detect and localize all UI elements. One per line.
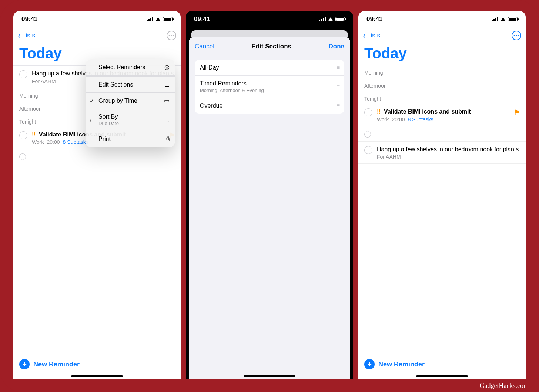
status-bar: 09:41 <box>186 11 353 27</box>
add-reminder-button[interactable]: + <box>364 359 375 369</box>
drag-handle-icon[interactable]: ≡ <box>337 102 339 109</box>
page-title: Today <box>358 44 526 65</box>
priority-indicator: !! <box>32 131 36 138</box>
complete-toggle[interactable] <box>19 153 26 160</box>
reminder-title: Hang up a few shelves in our bedroom noo… <box>377 145 520 153</box>
context-menu: Select Reminders ◎ Edit Sections ≣ ✓ Gro… <box>86 59 175 147</box>
menu-print[interactable]: Print ⎙ <box>86 131 175 147</box>
cellular-icon <box>492 17 498 21</box>
menu-group-by-time[interactable]: ✓ Group by Time ▭ <box>86 93 175 109</box>
chevron-left-icon: ‹ <box>363 31 366 40</box>
complete-toggle[interactable] <box>19 70 27 78</box>
home-indicator[interactable] <box>244 375 295 377</box>
checkmark-icon: ✓ <box>90 98 94 104</box>
home-indicator[interactable] <box>416 375 468 377</box>
phone-screen-1: 09:41 ‹ Lists ••• Today <box>13 11 181 379</box>
priority-indicator: !! <box>377 108 381 115</box>
new-reminder-label[interactable]: New Reminder <box>33 361 80 368</box>
drag-handle-icon[interactable]: ≡ <box>337 84 339 90</box>
image-credit: GadgetHacks.com <box>480 382 529 390</box>
sections-list: All-Day ≡ Timed Reminders Morning, After… <box>195 60 344 114</box>
reminder-list-tag: Work <box>377 116 389 122</box>
status-time: 09:41 <box>21 16 37 23</box>
wifi-icon <box>500 17 506 21</box>
battery-icon <box>335 17 345 21</box>
cellular-icon <box>319 17 326 21</box>
menu-edit-sections[interactable]: Edit Sections ≣ <box>86 77 175 93</box>
battery-icon <box>508 17 518 21</box>
status-icons <box>492 17 518 21</box>
reminder-item[interactable]: Hang up a few shelves in our bedroom noo… <box>358 142 526 164</box>
back-button[interactable]: ‹ Lists <box>363 31 380 40</box>
nav-bar: ‹ Lists ••• <box>13 27 181 44</box>
empty-reminder-row[interactable] <box>13 149 181 164</box>
phone-screen-3: 09:41 ‹ Lists ••• Today Morning Afterno <box>358 11 526 379</box>
chevron-left-icon: ‹ <box>18 31 21 40</box>
menu-select-reminders[interactable]: Select Reminders ◎ <box>86 59 175 77</box>
bottom-bar: + New Reminder <box>13 352 181 373</box>
wifi-icon <box>155 17 161 21</box>
cancel-button[interactable]: Cancel <box>195 43 214 50</box>
reminder-time: 20:00 <box>47 139 60 145</box>
new-reminder-label[interactable]: New Reminder <box>378 361 425 368</box>
printer-icon: ⎙ <box>166 136 170 142</box>
section-header-tonight: Tonight <box>358 91 526 104</box>
reminder-list-tag: For AAHM <box>377 154 401 160</box>
complete-toggle[interactable] <box>364 108 372 116</box>
reminder-time: 20:00 <box>392 116 405 122</box>
home-indicator[interactable] <box>71 375 123 377</box>
sort-icon: ↑↓ <box>164 116 170 123</box>
drag-handle-icon[interactable]: ≡ <box>337 64 339 71</box>
complete-toggle[interactable] <box>19 131 27 139</box>
cellular-icon <box>147 17 153 21</box>
chevron-right-icon: › <box>90 117 91 123</box>
status-bar: 09:41 <box>358 11 526 27</box>
subtasks-link[interactable]: 8 Subtasks <box>63 139 88 145</box>
more-button[interactable]: ••• <box>167 31 176 40</box>
subtasks-link[interactable]: 8 Subtasks <box>408 116 433 122</box>
sheet-title: Edit Sections <box>251 43 291 50</box>
battery-icon <box>163 17 173 21</box>
phone-screen-2: 09:41 Cancel Edit Sections Done <box>186 11 353 379</box>
edit-sections-sheet: Cancel Edit Sections Done All-Day ≡ Time… <box>189 37 350 379</box>
section-row-overdue[interactable]: Overdue ≡ <box>195 98 344 114</box>
menu-sort-by[interactable]: › Sort By Due Date ↑↓ <box>86 109 175 131</box>
reminder-list-tag: Work <box>32 139 44 145</box>
reminder-title: !! Validate BIMI icons and submit <box>377 108 509 116</box>
section-row-timed[interactable]: Timed Reminders Morning, Afternoon & Eve… <box>195 76 344 98</box>
edit-sections-icon: ≣ <box>165 81 170 88</box>
sheet-nav: Cancel Edit Sections Done <box>189 37 350 56</box>
complete-toggle[interactable] <box>364 131 371 138</box>
back-button[interactable]: ‹ Lists <box>18 31 35 40</box>
nav-bar: ‹ Lists ••• <box>358 27 526 44</box>
group-icon: ▭ <box>164 97 170 104</box>
reminder-list-tag: For AAHM <box>32 78 56 84</box>
section-header-morning: Morning <box>358 65 526 78</box>
status-time: 09:41 <box>194 16 210 23</box>
status-icons <box>319 17 345 21</box>
bottom-bar: + New Reminder <box>358 352 526 373</box>
status-time: 09:41 <box>366 16 382 23</box>
background-card <box>191 30 348 37</box>
wifi-icon <box>328 17 333 21</box>
empty-reminder-row[interactable] <box>358 126 526 142</box>
more-button[interactable]: ••• <box>512 31 521 40</box>
complete-toggle[interactable] <box>364 146 372 154</box>
done-button[interactable]: Done <box>328 43 344 50</box>
status-bar: 09:41 <box>13 11 181 27</box>
reminder-item[interactable]: !! Validate BIMI icons and submit Work 2… <box>358 104 526 126</box>
add-reminder-button[interactable]: + <box>19 359 30 369</box>
section-header-afternoon: Afternoon <box>358 78 526 91</box>
status-icons <box>147 17 173 21</box>
back-label: Lists <box>22 32 35 39</box>
flag-icon: ⚑ <box>514 108 520 116</box>
select-icon: ◎ <box>164 64 170 71</box>
back-label: Lists <box>367 32 380 39</box>
section-row-allday[interactable]: All-Day ≡ <box>195 60 344 76</box>
